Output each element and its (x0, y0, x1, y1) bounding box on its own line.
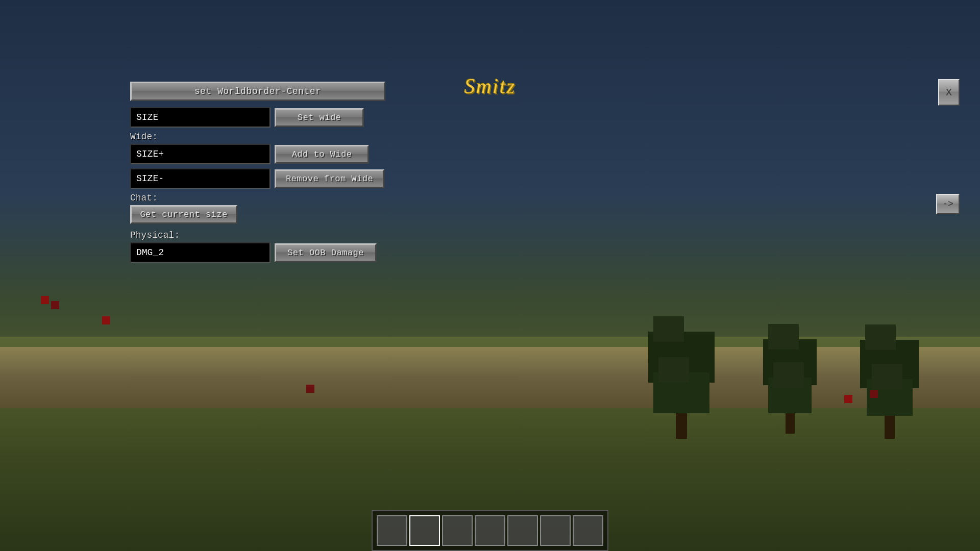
get-current-size-button[interactable]: Get current size (130, 205, 237, 224)
flower-3 (102, 316, 110, 324)
terrain-blocks (0, 347, 980, 408)
size-plus-row: Add to Wide (130, 144, 462, 164)
hotbar-slot-6[interactable] (540, 515, 571, 546)
hotbar-slot-2[interactable] (409, 515, 440, 546)
chat-label: Chat: (130, 193, 462, 203)
close-button[interactable]: X (938, 79, 960, 106)
hotbar-slot-1[interactable] (377, 515, 407, 546)
size-row: Set wide (130, 107, 462, 128)
tree-2 (763, 339, 817, 434)
tree-1 (648, 332, 715, 439)
set-worldborder-button[interactable]: set Worldborder-Center (130, 82, 385, 101)
size-minus-row: Remove from Wide (130, 168, 462, 189)
size-plus-input[interactable] (130, 144, 271, 164)
flower-6 (306, 385, 314, 393)
flower-1 (41, 296, 49, 304)
flower-5 (844, 395, 852, 403)
physical-label: Physical: (130, 230, 462, 240)
hotbar-slot-3[interactable] (442, 515, 473, 546)
hotbar-slot-5[interactable] (507, 515, 538, 546)
flower-2 (51, 301, 59, 309)
tree-3 (860, 340, 919, 439)
size-minus-input[interactable] (130, 168, 271, 189)
remove-from-wide-button[interactable]: Remove from Wide (275, 169, 384, 188)
arrow-button[interactable]: -> (936, 194, 960, 214)
hotbar (372, 510, 608, 551)
ui-panel: set Worldborder-Center Set wide Wide: Ad… (130, 82, 462, 267)
set-oob-damage-button[interactable]: Set OOB Damage (275, 243, 377, 262)
page-title: Smitz (464, 74, 516, 98)
add-to-wide-button[interactable]: Add to Wide (275, 145, 369, 164)
dmg-input[interactable] (130, 242, 271, 263)
dmg-row: Set OOB Damage (130, 242, 462, 263)
hotbar-slot-7[interactable] (573, 515, 603, 546)
hotbar-slot-4[interactable] (475, 515, 505, 546)
wide-label: Wide: (130, 132, 462, 142)
set-wide-button[interactable]: Set wide (275, 108, 364, 127)
flower-4 (870, 390, 878, 398)
size-input[interactable] (130, 107, 271, 128)
